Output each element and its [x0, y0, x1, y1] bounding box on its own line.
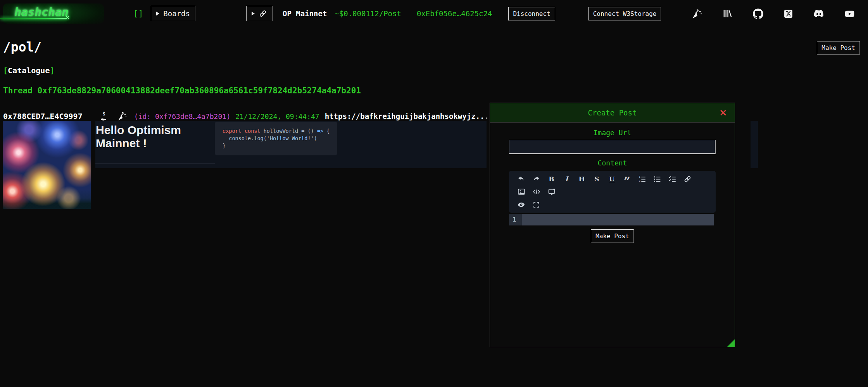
hand-dollar-icon[interactable]: $ — [100, 112, 109, 121]
code-icon[interactable] — [532, 187, 541, 196]
image-url-input[interactable] — [509, 140, 716, 154]
code-line: console.log('Hollow World!') — [223, 135, 330, 142]
chevron-right-icon — [156, 12, 159, 15]
resize-handle[interactable] — [727, 339, 735, 347]
editor-line-number: 1 — [509, 214, 522, 225]
unordered-list-icon[interactable] — [653, 175, 662, 183]
post-author-address[interactable]: 0x788CED7…E4C9997 — [3, 112, 83, 121]
modal-title: Create Post — [588, 108, 637, 117]
top-nav: hashchan [] Boards OP Mainnet ~$0.000112… — [0, 0, 868, 27]
image-icon[interactable] — [517, 187, 526, 196]
checklist-icon[interactable] — [668, 175, 677, 183]
image-url-label: Image Url — [490, 129, 735, 137]
code-line: export const hollowWorld = () => { — [223, 127, 330, 135]
youtube-icon[interactable] — [844, 9, 855, 19]
editor-active-line[interactable] — [522, 214, 714, 225]
link-icon[interactable] — [683, 175, 692, 183]
network-label: OP Mainnet — [283, 9, 327, 18]
discord-icon[interactable] — [813, 8, 824, 19]
catalogue-label: Catalogue — [8, 66, 50, 75]
post-timestamp: 21/12/2024, 09:44:47 — [235, 112, 319, 120]
post-id: (id: 0xf763de8…4a7b201) — [134, 112, 231, 120]
eye-icon[interactable] — [517, 200, 526, 209]
nav-brackets-link[interactable]: [] — [133, 9, 143, 18]
broom-icon[interactable] — [118, 112, 127, 121]
nav-icon-links — [692, 8, 855, 19]
wallet-address[interactable]: 0xEbf056e…4625c24 — [417, 9, 492, 18]
post-image-thumbnail[interactable] — [3, 121, 91, 209]
post-price-label: ~$0.000112/Post — [335, 9, 401, 18]
heading-button[interactable]: H — [577, 175, 586, 183]
disconnect-button[interactable]: Disconnect — [508, 7, 555, 21]
svg-text:1: 1 — [639, 175, 640, 178]
svg-text:2: 2 — [639, 179, 640, 182]
page-title: /pol/ — [3, 40, 41, 55]
svg-text:$: $ — [103, 112, 105, 117]
logo-spark-icon — [65, 15, 70, 20]
fullscreen-icon[interactable] — [532, 200, 541, 209]
underline-button[interactable]: U — [607, 175, 616, 183]
boards-dropdown-label: Boards — [163, 9, 190, 18]
live-preview-icon[interactable] — [547, 187, 556, 196]
logo-glow-line — [0, 18, 67, 19]
link-icon — [259, 9, 267, 18]
post-heading: Hello Optimism Mainnet ! — [95, 121, 215, 163]
code-line: } — [223, 142, 330, 150]
undo-icon[interactable] — [517, 175, 526, 183]
boards-dropdown[interactable]: Boards — [151, 6, 195, 21]
github-icon[interactable] — [753, 9, 763, 19]
connect-w3storage-button[interactable]: Connect W3Storage — [588, 7, 661, 21]
catalogue-bracket-open: [ — [3, 66, 8, 75]
bold-button[interactable]: B — [547, 175, 556, 183]
toolbar-row-2 — [517, 187, 708, 196]
markdown-editor: 1 — [509, 214, 716, 225]
post-header: 0x788CED7…E4C9997 $ (id: 0xf763de8…4a7b2… — [3, 111, 489, 122]
chain-dropdown[interactable] — [246, 6, 273, 21]
toolbar-row-1: B I H S U ” 12 — [517, 175, 708, 183]
logo[interactable]: hashchan — [3, 3, 104, 24]
quote-button[interactable]: ” — [623, 175, 632, 183]
post-content-link[interactable]: https://bafkreihguijbakjanhsokwyjz... — [325, 112, 489, 120]
modal-make-post-button[interactable]: Make Post — [591, 229, 634, 243]
make-post-button[interactable]: Make Post — [817, 41, 860, 55]
italic-button[interactable]: I — [562, 175, 571, 183]
broom-icon[interactable] — [692, 9, 702, 19]
editor-toolbar: B I H S U ” 12 — [509, 171, 716, 213]
x-icon[interactable] — [783, 9, 793, 19]
close-icon[interactable] — [719, 109, 727, 117]
ordered-list-icon[interactable]: 12 — [638, 175, 647, 183]
thread-title-link[interactable]: Thread 0xf763de8829a70600413882deef70ab3… — [3, 86, 361, 95]
code-block: export const hollowWorld = () => { conso… — [215, 122, 337, 155]
chevron-right-icon — [252, 12, 255, 15]
library-icon[interactable] — [723, 9, 733, 19]
catalogue-link[interactable]: [Catalogue] — [3, 66, 54, 75]
catalogue-bracket-close: ] — [50, 66, 54, 75]
redo-icon[interactable] — [532, 175, 541, 183]
toolbar-row-3 — [517, 200, 708, 209]
content-label: Content — [490, 159, 735, 167]
modal-header[interactable]: Create Post — [490, 103, 735, 122]
create-post-modal: Create Post Image Url Content B I H S U … — [490, 103, 735, 347]
strikethrough-button[interactable]: S — [592, 175, 601, 183]
